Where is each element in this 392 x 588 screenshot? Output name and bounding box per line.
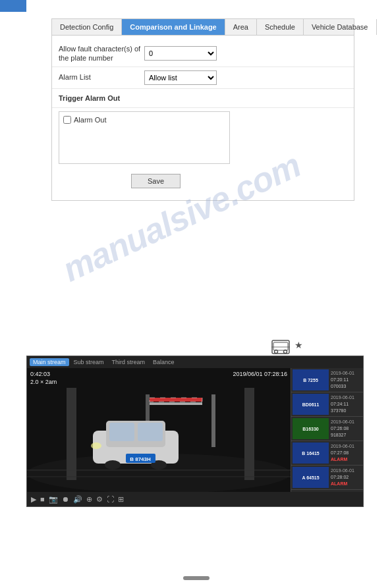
svg-point-2 [275, 350, 278, 354]
stop-icon[interactable]: ■ [40, 495, 45, 503]
thumb-plate-2: BD0611 [293, 394, 329, 415]
tab-schedule[interactable]: Schedule [257, 19, 304, 35]
tab-bar: Detection Config Comparison and Linkage … [52, 19, 354, 36]
svg-text:B 8743H: B 8743H [130, 456, 151, 462]
play-icon[interactable]: ▶ [31, 495, 36, 504]
alarm-list-row: Alarm List Allow list Block list [52, 67, 354, 89]
thumbnail-item-4: B 16415 2019-06-01 07:27:08 ALARM [291, 441, 363, 466]
thumbnail-item-1: B 7255 2019-06-01 07:20:11 070033 [291, 368, 363, 392]
alarm-out-checkbox-row: Alarm Out [63, 116, 225, 124]
fault-chars-row: Allow fault character(s) of the plate nu… [52, 41, 354, 67]
fullscreen-icon[interactable]: ⛶ [107, 495, 114, 503]
thumb-plate-3: B16330 [293, 418, 329, 439]
svg-rect-1 [273, 342, 288, 350]
tab-vehicle-database[interactable]: Vehicle Database [304, 19, 377, 35]
video-thumbnail-panel: B 7255 2019-06-01 07:20:11 070033 BD0611… [291, 368, 363, 492]
svg-text:0:42:03: 0:42:03 [30, 371, 50, 377]
thumbnail-item-5: A 64515 2019-06-01 07:28:02 ALARM [291, 466, 363, 490]
video-tab-third-stream[interactable]: Third stream [109, 358, 149, 366]
top-bar [0, 0, 26, 12]
fault-chars-select[interactable]: 0 1 2 3 [144, 46, 217, 61]
svg-rect-21 [67, 388, 76, 480]
svg-point-17 [105, 460, 121, 469]
thumb-plate-4: B 16415 [293, 442, 329, 464]
svg-rect-10 [211, 394, 215, 447]
svg-rect-11 [150, 402, 202, 405]
settings-icon[interactable]: ⚙ [96, 495, 103, 504]
alarm-out-checkbox[interactable] [63, 116, 71, 124]
svg-rect-15 [138, 423, 163, 441]
alarm-list-select[interactable]: Allow list Block list [144, 70, 217, 85]
parking-scene-svg: B 8743H 2019/06/01 07:28:16 0:42:03 2.0 … [27, 368, 291, 492]
thumb-info-2: 2019-06-01 07:24:11 373780 [331, 394, 354, 414]
tab-comparison-linkage[interactable]: Comparison and Linkage [122, 19, 225, 35]
thumb-plate-5: A 64515 [293, 467, 329, 488]
star-icon: ★ [294, 340, 303, 350]
video-main: B 8743H 2019/06/01 07:28:16 0:42:03 2.0 … [27, 368, 363, 492]
thumbnail-item-3: B16330 2019-06-01 07:26:08 918327 [291, 417, 363, 441]
record-icon[interactable]: ⏺ [62, 495, 69, 503]
alarm-list-label: Alarm List [59, 72, 144, 82]
video-tab-main-stream[interactable]: Main stream [30, 358, 69, 366]
sound-icon[interactable]: 🔊 [73, 495, 82, 504]
layout-icon[interactable]: ⊞ [118, 495, 124, 504]
fault-chars-label: Allow fault character(s) of the plate nu… [59, 44, 144, 63]
thumbnail-item-2: BD0611 2019-06-01 07:24:11 373780 [291, 392, 363, 417]
thumb-info-4: 2019-06-01 07:27:08 ALARM [331, 443, 354, 462]
form-area: Allow fault character(s) of the plate nu… [52, 36, 354, 200]
svg-point-3 [284, 350, 287, 354]
trigger-section: Trigger Alarm Out [52, 89, 354, 108]
svg-rect-8 [150, 398, 202, 402]
svg-rect-22 [244, 388, 254, 480]
thumb-info-5: 2019-06-01 07:28:02 ALARM [331, 468, 354, 487]
zoom-icon[interactable]: ⊕ [86, 495, 92, 504]
alarm-out-label: Alarm Out [74, 116, 107, 124]
video-feed-main: B 8743H 2019/06/01 07:28:16 0:42:03 2.0 … [27, 368, 291, 492]
svg-rect-14 [109, 423, 134, 441]
svg-point-16 [91, 442, 101, 449]
video-controls: ▶ ■ 📷 ⏺ 🔊 ⊕ ⚙ ⛶ ⊞ [27, 492, 363, 506]
camera-icon[interactable]: 📷 [49, 495, 58, 504]
car-icon [271, 340, 290, 354]
svg-text:2.0 × 2am: 2.0 × 2am [30, 379, 57, 385]
video-tab-balance[interactable]: Balance [150, 358, 178, 366]
tab-detection-config[interactable]: Detection Config [52, 19, 122, 35]
thumb-info-1: 2019-06-01 07:20:11 070033 [331, 370, 354, 389]
video-tab-sub-stream[interactable]: Sub stream [70, 358, 107, 366]
trigger-label: Trigger Alarm Out [59, 92, 347, 104]
video-tab-bar: Main stream Sub stream Third stream Bala… [27, 356, 363, 368]
tab-area[interactable]: Area [225, 19, 257, 35]
save-btn-row: Save [52, 167, 354, 195]
thumb-info-3: 2019-06-01 07:26:08 918327 [331, 419, 354, 438]
config-panel: Detection Config Comparison and Linkage … [51, 18, 354, 201]
video-player: Main stream Sub stream Third stream Bala… [26, 356, 364, 507]
svg-text:2019/06/01 07:28:16: 2019/06/01 07:28:16 [233, 371, 287, 377]
thumb-plate-1: B 7255 [293, 369, 329, 390]
save-button[interactable]: Save [131, 174, 181, 188]
page-dot [183, 576, 210, 580]
alarm-out-box: Alarm Out [59, 111, 230, 164]
